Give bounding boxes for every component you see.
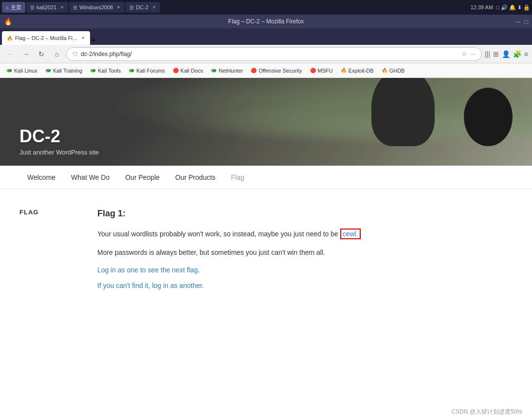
os-tab-dc2-close[interactable]: ✕	[152, 5, 156, 10]
new-tab-button[interactable]: +	[91, 36, 95, 45]
hero-text-block: DC-2 Just another WordPress site	[19, 126, 99, 156]
nav-flag[interactable]: Flag	[223, 166, 252, 189]
flag-paragraph-1: Your usual wordlists probably won't work…	[97, 229, 513, 239]
ghdb-favicon: 🔥	[382, 68, 387, 73]
kali-linux-favicon: 🐲	[6, 68, 12, 73]
tab-favicon-icon: 🔥	[7, 36, 13, 41]
bookmark-offensive-security-label: Offensive Security	[258, 68, 302, 74]
csdn-watermark: CSDN @入狱计划进度50%	[451, 408, 522, 416]
url-text: dc-2/index.php/flag/	[81, 51, 459, 57]
nav-welcome[interactable]: Welcome	[19, 166, 63, 189]
site-navigation: Welcome What We Do Our People Our Produc…	[0, 166, 532, 189]
os-tab-kali2021-close[interactable]: ✕	[60, 5, 64, 10]
extensions-icon[interactable]: 🧩	[513, 50, 521, 58]
bookmark-msfu-label: MSFU	[318, 68, 333, 74]
flag-heading: Flag 1:	[97, 209, 513, 219]
hamburger-menu-icon[interactable]: ≡	[524, 50, 528, 58]
kali-forums-favicon: 🐲	[128, 68, 134, 73]
bookmark-nethunter-label: NetHunter	[219, 68, 243, 74]
flag-paragraph-2: More passwords is always better, but som…	[97, 247, 513, 258]
os-taskbar: ⌂ 主页 ☰ kali2021 ✕ ☰ Windows2008 ✕ ☰ DC-2…	[0, 0, 532, 15]
nav-our-people[interactable]: Our People	[117, 166, 167, 189]
browser-tab-flag-label: Flag – DC-2 – Mozilla Fi...	[15, 35, 77, 41]
kali-training-favicon: 🐲	[45, 68, 51, 73]
bookmark-msfu[interactable]: 🔴 MSFU	[307, 65, 336, 76]
url-menu-icon[interactable]: ···	[470, 50, 476, 57]
bookmark-offensive-security[interactable]: 🔴 Offensive Security	[247, 65, 305, 76]
os-tab-home[interactable]: ⌂ 主页	[2, 2, 25, 13]
bookmark-ghdb-label: GHDB	[389, 68, 405, 74]
bookmark-kali-linux-label: Kali Linux	[14, 68, 37, 74]
sidebar-flag-label: FLAG	[19, 209, 78, 297]
account-icon[interactable]: 👤	[502, 50, 510, 58]
bookmarks-bar: 🐲 Kali Linux 🐲 Kali Training 🐲 Kali Tool…	[0, 63, 532, 78]
windows2008-icon: ☰	[73, 5, 77, 10]
os-tab-windows2008[interactable]: ☰ Windows2008 ✕	[69, 2, 125, 13]
os-tab-home-label: 主页	[11, 4, 21, 11]
firefox-logo-icon: 🔥	[4, 18, 12, 25]
offensive-security-favicon: 🔴	[251, 68, 257, 73]
bookmark-kali-tools-label: Kali Tools	[98, 68, 121, 74]
flag-link-1[interactable]: Log in as one to see the next flag.	[97, 266, 513, 274]
bookmark-kali-linux[interactable]: 🐲 Kali Linux	[3, 65, 41, 76]
bookmark-kali-forums-label: Kali Forums	[136, 68, 165, 74]
back-button[interactable]: ←	[4, 48, 17, 60]
maximize-button[interactable]: □	[524, 18, 528, 25]
plant-decoration-1	[371, 78, 435, 146]
flag-content: Flag 1: Your usual wordlists probably wo…	[97, 209, 513, 297]
window-controls[interactable]: ─ □	[516, 18, 528, 25]
reader-mode-icon[interactable]: |||	[485, 50, 490, 58]
taskbar-sys-icons: □ 🔊 🔔 ⬇ 🔒	[496, 4, 530, 11]
browser-tab-close[interactable]: ✕	[81, 36, 85, 40]
flag-link-2[interactable]: If you can't find it, log in as another.	[97, 282, 513, 289]
os-tab-kali2021-label: kali2021	[37, 4, 56, 10]
os-tab-windows2008-close[interactable]: ✕	[117, 5, 121, 10]
home-button[interactable]: ⌂	[51, 48, 63, 60]
flag-paragraph-1-prefix: Your usual wordlists probably won't work…	[97, 230, 340, 238]
bookmark-ghdb[interactable]: 🔥 GHDB	[378, 65, 408, 76]
plant-decoration-2	[464, 88, 513, 146]
forward-button[interactable]: →	[19, 48, 32, 60]
os-tab-kali2021[interactable]: ☰ kali2021 ✕	[26, 2, 68, 13]
site-title: DC-2	[19, 126, 99, 147]
kali-docs-favicon: 🔴	[173, 68, 179, 73]
firefox-window-title: Flag – DC-2 – Mozilla Firefox	[228, 18, 304, 25]
os-tab-dc2[interactable]: ☰ DC-2 ✕	[126, 2, 160, 13]
main-content-area: FLAG Flag 1: Your usual wordlists probab…	[0, 189, 532, 317]
minimize-button[interactable]: ─	[516, 18, 520, 25]
bookmark-kali-forums[interactable]: 🐲 Kali Forums	[125, 65, 168, 76]
nethunter-favicon: 🐲	[211, 68, 217, 73]
nav-what-we-do[interactable]: What We Do	[63, 166, 117, 189]
cewl-link[interactable]: cewl.	[340, 229, 361, 239]
bookmark-kali-tools[interactable]: 🐲 Kali Tools	[87, 65, 124, 76]
taskbar-system-tray: 12:39 AM □ 🔊 🔔 ⬇ 🔒	[471, 4, 530, 11]
exploit-db-favicon: 🔥	[341, 68, 347, 73]
url-bar-actions: ☆ ···	[461, 50, 476, 57]
security-shield-icon: 🛡	[73, 51, 78, 57]
kali-tools-favicon: 🐲	[90, 68, 96, 73]
bookmark-nethunter[interactable]: 🐲 NetHunter	[207, 65, 246, 76]
bookmark-kali-docs-label: Kali Docs	[181, 68, 203, 74]
taskbar-time: 12:39 AM	[471, 4, 493, 10]
browser-tabbar: 🔥 Flag – DC-2 – Mozilla Fi... ✕ +	[0, 28, 532, 45]
browser-tab-flag[interactable]: 🔥 Flag – DC-2 – Mozilla Fi... ✕	[2, 31, 90, 45]
hero-section: DC-2 Just another WordPress site	[0, 78, 532, 166]
msfu-favicon: 🔴	[310, 68, 316, 73]
bookmark-exploit-db[interactable]: 🔥 Exploit-DB	[337, 65, 377, 76]
site-content: DC-2 Just another WordPress site Welcome…	[0, 78, 532, 420]
split-view-icon[interactable]: ⊞	[493, 50, 499, 58]
url-bar[interactable]: 🛡 dc-2/index.php/flag/ ☆ ···	[66, 47, 482, 61]
reload-button[interactable]: ↻	[35, 48, 48, 60]
bookmark-kali-training-label: Kali Training	[53, 68, 83, 74]
bookmark-exploit-db-label: Exploit-DB	[349, 68, 374, 74]
nav-our-products[interactable]: Our Products	[167, 166, 223, 189]
firefox-titlebar: 🔥 Flag – DC-2 – Mozilla Firefox ─ □	[0, 15, 532, 28]
site-subtitle: Just another WordPress site	[19, 149, 99, 156]
os-tab-windows2008-label: Windows2008	[79, 4, 113, 10]
bookmark-kali-docs[interactable]: 🔴 Kali Docs	[169, 65, 206, 76]
bookmark-kali-training[interactable]: 🐲 Kali Training	[42, 65, 86, 76]
bookmarks-star-icon[interactable]: ☆	[461, 50, 467, 57]
os-tab-dc2-label: DC-2	[136, 4, 148, 10]
home-icon: ⌂	[6, 5, 9, 10]
address-bar: ← → ↻ ⌂ 🛡 dc-2/index.php/flag/ ☆ ··· |||…	[0, 45, 532, 63]
